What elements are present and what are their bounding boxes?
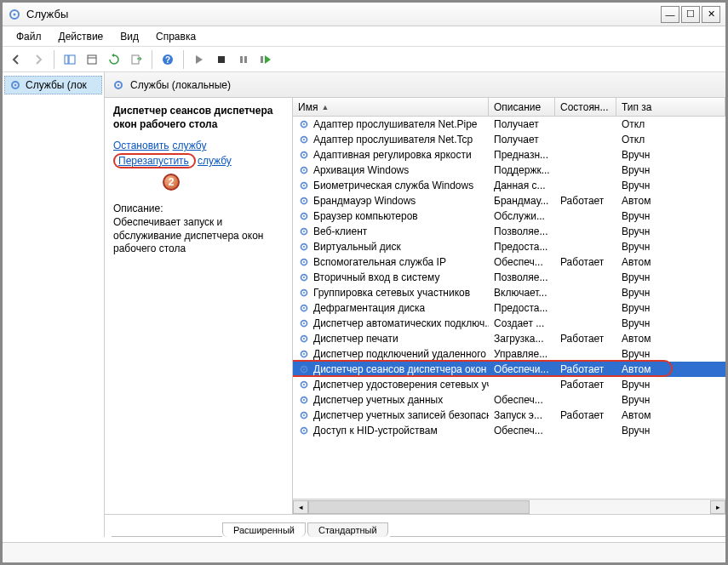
start-service-button[interactable] <box>189 49 209 70</box>
service-row[interactable]: Диспетчер подключений удаленногоУправляе… <box>293 346 725 362</box>
service-row[interactable]: Адаптер прослушивателя Net.PipeПолучаетО… <box>293 117 725 132</box>
service-desc-cell: Получает <box>489 134 555 146</box>
minimize-button[interactable]: — <box>661 6 679 23</box>
svg-point-44 <box>303 322 305 324</box>
pause-service-button[interactable] <box>233 49 254 70</box>
stop-service-link[interactable]: Остановить службу <box>113 140 284 151</box>
refresh-button[interactable] <box>104 49 124 70</box>
service-row[interactable]: Диспетчер автоматических подключ...Созда… <box>293 316 725 331</box>
help-button[interactable]: ? <box>158 49 178 70</box>
service-row[interactable]: Диспетчер учетных данныхОбеспеч...Вручн <box>293 392 725 408</box>
description-text: Обеспечивает запуск и обслуживание диспе… <box>113 216 284 256</box>
service-desc-cell: Получает <box>489 118 555 130</box>
svg-rect-2 <box>65 55 68 64</box>
services-app-icon <box>8 8 21 21</box>
service-row[interactable]: Виртуальный дискПредоста...Вручн <box>293 239 725 254</box>
scroll-track[interactable] <box>308 500 710 514</box>
service-row[interactable]: Вторичный вход в системуПозволяе...Вручн <box>293 270 725 285</box>
selected-service-title: Диспетчер сеансов диспетчера окон рабоче… <box>113 105 284 131</box>
svg-point-42 <box>303 307 305 309</box>
service-type-cell: Вручн <box>616 180 725 191</box>
service-row[interactable]: Адаптер прослушивателя Net.TcpПолучаетОт… <box>293 132 725 147</box>
menu-action[interactable]: Действие <box>52 29 111 44</box>
export-button[interactable] <box>126 49 146 70</box>
scroll-thumb[interactable] <box>308 500 530 514</box>
svg-point-40 <box>303 292 305 294</box>
column-type[interactable]: Тип за <box>616 98 725 116</box>
scroll-left-button[interactable]: ◂ <box>293 500 308 514</box>
svg-point-52 <box>303 384 305 385</box>
svg-text:?: ? <box>165 55 170 65</box>
service-type-cell: Вручн <box>616 317 725 329</box>
service-row[interactable]: Брандмауэр WindowsБрандмау...РаботаетАвт… <box>293 193 725 208</box>
sort-asc-icon: ▲ <box>321 103 329 111</box>
service-name-cell: Браузер компьютеров <box>293 210 489 222</box>
service-row[interactable]: Диспетчер сеансов диспетчера окон р...Об… <box>293 362 725 377</box>
service-row[interactable]: Вспомогательная служба IPОбеспеч...Работ… <box>293 254 725 270</box>
service-name-cell: Вторичный вход в систему <box>293 271 489 283</box>
service-desc-cell: Управляе... <box>489 348 555 360</box>
services-window: Службы — ☐ ✕ Файл Действие Вид Справка ? <box>0 0 728 565</box>
show-hide-tree-button[interactable] <box>60 49 80 70</box>
column-desc[interactable]: Описание <box>489 98 555 116</box>
svg-point-30 <box>303 215 305 217</box>
svg-point-22 <box>303 154 305 156</box>
column-state[interactable]: Состоян... <box>555 98 616 116</box>
service-name-cell: Диспетчер учетных данных <box>293 394 489 406</box>
close-button[interactable]: ✕ <box>702 6 720 23</box>
service-row[interactable]: Доступ к HID-устройствамОбеспеч...Вручн <box>293 423 725 438</box>
service-row[interactable]: Диспетчер учетных записей безопасн...Зап… <box>293 408 725 423</box>
tab-extended[interactable]: Расширенный <box>222 522 306 537</box>
service-row[interactable]: Группировка сетевых участниковВключает..… <box>293 285 725 300</box>
service-desc-cell: Обеспеч... <box>489 394 555 406</box>
column-name[interactable]: Имя▲ <box>293 98 489 116</box>
service-desc-cell: Обслужи... <box>489 210 555 222</box>
horizontal-scrollbar[interactable]: ◂ ▸ <box>293 499 725 514</box>
svg-rect-9 <box>218 56 225 63</box>
service-desc-cell: Предоста... <box>489 241 555 253</box>
service-name-cell: Адаптер прослушивателя Net.Tcp <box>293 134 489 146</box>
service-type-cell: Автом <box>616 409 725 421</box>
service-type-cell: Вручн <box>616 302 725 314</box>
service-row[interactable]: Веб-клиентПозволяе...Вручн <box>293 224 725 239</box>
service-list: Имя▲ Описание Состоян... Тип за Адаптер … <box>292 98 725 514</box>
menu-help[interactable]: Справка <box>149 29 203 44</box>
service-type-cell: Автом <box>616 363 725 375</box>
service-name-cell: Адаптер прослушивателя Net.Pipe <box>293 118 489 130</box>
service-name-cell: Веб-клиент <box>293 225 489 237</box>
properties-button[interactable] <box>82 49 102 70</box>
menu-view[interactable]: Вид <box>113 29 146 44</box>
service-desc-cell: Брандмау... <box>489 195 555 207</box>
service-type-cell: Вручн <box>616 225 725 237</box>
scroll-right-button[interactable]: ▸ <box>710 500 725 514</box>
service-row[interactable]: Адаптивная регулировка яркостиПредназн..… <box>293 147 725 163</box>
maximize-button[interactable]: ☐ <box>681 6 700 23</box>
tab-standard[interactable]: Стандартный <box>307 522 388 537</box>
service-row[interactable]: Браузер компьютеровОбслужи...Вручн <box>293 208 725 224</box>
service-type-cell: Вручн <box>616 287 725 299</box>
nav-forward-button[interactable] <box>28 49 49 70</box>
service-state-cell: Работает <box>555 333 616 345</box>
service-rows[interactable]: Адаптер прослушивателя Net.PipeПолучаетО… <box>293 117 725 499</box>
service-row[interactable]: Диспетчер печатиЗагрузка...РаботаетАвтом <box>293 331 725 346</box>
restart-service-link[interactable]: Перезапустить <box>113 153 196 168</box>
service-row[interactable]: Диспетчер удостоверения сетевых уча...Ра… <box>293 377 725 392</box>
service-row[interactable]: Архивация WindowsПоддержк...Вручн <box>293 163 725 178</box>
svg-rect-10 <box>240 56 243 63</box>
svg-point-24 <box>303 169 305 171</box>
menu-file[interactable]: Файл <box>9 29 49 44</box>
statusbar <box>3 542 725 562</box>
restart-service-button[interactable] <box>255 49 276 70</box>
restart-service-link-suffix[interactable]: службу <box>198 155 232 167</box>
service-desc-cell: Создает ... <box>489 317 555 329</box>
nav-back-button[interactable] <box>6 49 26 70</box>
service-desc-cell: Обеспеч... <box>489 256 555 268</box>
service-row[interactable]: Дефрагментация дискаПредоста...Вручн <box>293 300 725 316</box>
service-name-cell: Вспомогательная служба IP <box>293 256 489 268</box>
service-row[interactable]: Биометрическая служба WindowsДанная с...… <box>293 178 725 193</box>
toolbar: ? <box>3 47 725 72</box>
stop-service-button[interactable] <box>211 49 232 70</box>
svg-point-32 <box>303 231 305 232</box>
nav-services-local[interactable]: Службы (лок <box>4 76 102 94</box>
service-type-cell: Вручн <box>616 379 725 391</box>
